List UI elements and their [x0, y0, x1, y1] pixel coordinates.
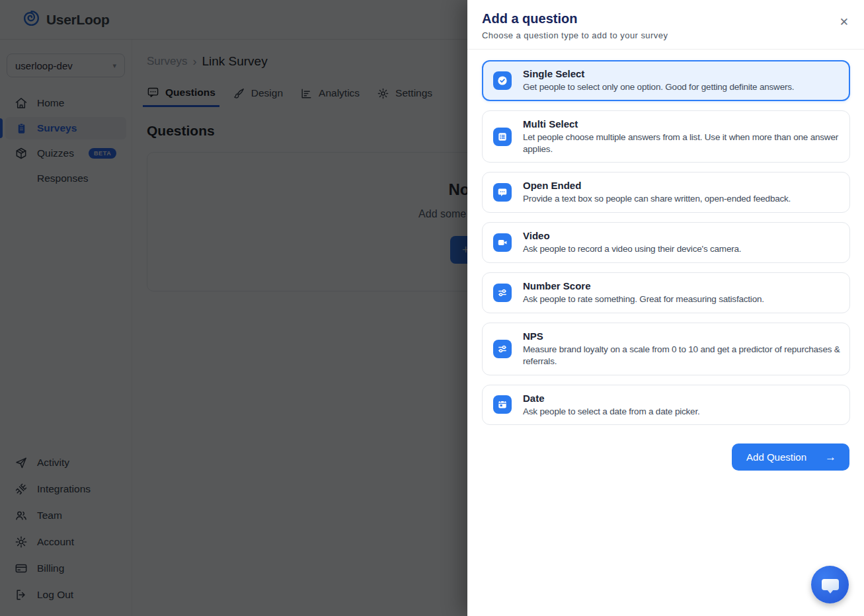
chat-bubble-icon	[493, 183, 512, 202]
drawer-subtitle: Choose a question type to add to your su…	[482, 30, 848, 40]
question-type-name: Single Select	[523, 68, 794, 79]
question-type-number-score[interactable]: Number Score Ask people to rate somethin…	[482, 272, 850, 313]
question-type-nps[interactable]: NPS Measure brand loyalty on a scale fro…	[482, 323, 850, 375]
sliders-icon	[493, 340, 512, 358]
calendar-icon	[493, 395, 512, 414]
question-type-description: Ask people to select a date from a date …	[523, 406, 700, 418]
question-type-description: Get people to select only one option. Go…	[523, 81, 794, 93]
arrow-right-icon: →	[825, 451, 836, 463]
drawer-header: Add a question Choose a question type to…	[467, 0, 864, 50]
close-icon[interactable]: ✕	[840, 17, 849, 28]
question-type-name: Open Ended	[523, 180, 791, 191]
question-type-name: Multi Select	[523, 118, 840, 130]
question-type-name: Number Score	[523, 280, 764, 291]
question-type-list: Single Select Get people to select only …	[467, 50, 864, 471]
question-type-description: Ask people to rate something. Great for …	[523, 293, 764, 305]
question-type-date[interactable]: Date Ask people to select a date from a …	[482, 385, 850, 426]
question-type-single-select[interactable]: Single Select Get people to select only …	[482, 60, 850, 101]
question-type-description: Let people choose multiple answers from …	[523, 132, 840, 155]
question-type-description: Ask people to record a video using their…	[523, 243, 741, 255]
check-circle-icon	[493, 71, 512, 90]
chat-bubble-icon	[822, 579, 839, 590]
question-type-name: NPS	[523, 330, 840, 342]
question-type-open-ended[interactable]: Open Ended Provide a text box so people …	[482, 172, 850, 213]
question-type-multi-select[interactable]: Multi Select Let people choose multiple …	[482, 110, 850, 163]
add-question-submit-button[interactable]: Add Question →	[732, 443, 849, 471]
chat-launcher-button[interactable]	[811, 566, 849, 603]
question-type-name: Video	[523, 230, 741, 241]
add-question-drawer: Add a question Choose a question type to…	[467, 0, 864, 616]
drawer-footer: Add Question →	[482, 443, 850, 471]
question-type-description: Provide a text box so people can share w…	[523, 193, 791, 205]
sliders-icon	[493, 284, 512, 302]
add-question-submit-label: Add Question	[746, 451, 806, 463]
drawer-title: Add a question	[482, 11, 848, 26]
video-camera-icon	[493, 233, 512, 252]
question-type-description: Measure brand loyalty on a scale from 0 …	[523, 344, 840, 367]
list-icon	[493, 128, 512, 146]
question-type-video[interactable]: Video Ask people to record a video using…	[482, 222, 850, 263]
question-type-name: Date	[523, 393, 700, 404]
